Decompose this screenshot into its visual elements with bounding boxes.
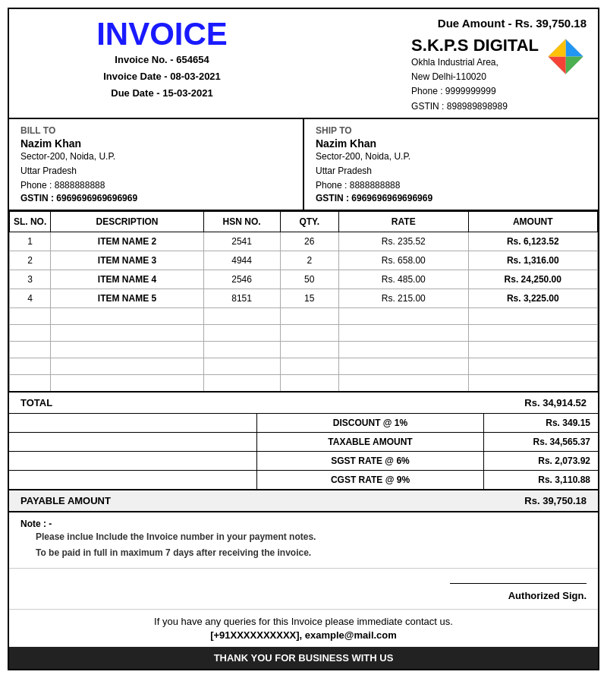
col-sl: SL. NO.: [10, 212, 51, 232]
taxable-value: Rs. 34,565.37: [484, 433, 598, 451]
contact-line1: If you have any queries for this Invoice…: [20, 616, 587, 627]
signature-label: Authorized Sign.: [20, 590, 587, 601]
total-row: TOTAL Rs. 34,914.52: [9, 393, 598, 414]
table-empty-row: [10, 325, 598, 342]
contact-section: If you have any queries for this Invoice…: [9, 610, 598, 647]
company-details: Okhla Industrial Area, New Delhi-110020 …: [411, 55, 539, 114]
taxable-row: TAXABLE AMOUNT Rs. 34,565.37: [9, 433, 598, 452]
items-table: SL. NO. DESCRIPTION HSN NO. QTY. RATE AM…: [9, 211, 598, 393]
signature-section: Authorized Sign.: [9, 569, 598, 610]
table-empty-row: [10, 358, 598, 375]
footer-text: THANK YOU FOR BUSINESS WITH US: [214, 652, 394, 664]
ship-to: SHIP TO Nazim Khan Sector-200, Noida, U.…: [304, 119, 598, 210]
contact-line2: [+91XXXXXXXXXX], example@mail.com: [20, 629, 587, 641]
sgst-row: SGST RATE @ 6% Rs. 2,073.92: [9, 452, 598, 471]
due-amount-line: Due Amount - Rs. 39,750.18: [304, 17, 587, 30]
total-value: Rs. 34,914.52: [524, 397, 587, 408]
summary-section: DISCOUNT @ 1% Rs. 349.15 TAXABLE AMOUNT …: [9, 414, 598, 490]
footer-bar: THANK YOU FOR BUSINESS WITH US: [9, 647, 598, 669]
bill-ship-section: BILL TO Nazim Khan Sector-200, Noida, U.…: [9, 119, 598, 212]
cgst-label: CGST RATE @ 9%: [256, 471, 484, 489]
due-date-line: Due Date - 15-03-2021: [20, 85, 304, 102]
total-label: TOTAL: [20, 397, 52, 408]
cgst-row: CGST RATE @ 9% Rs. 3,110.88: [9, 471, 598, 489]
payable-label: PAYABLE AMOUNT: [20, 495, 111, 506]
header-left: INVOICE Invoice No. - 654654 Invoice Dat…: [20, 17, 304, 102]
header-section: INVOICE Invoice No. - 654654 Invoice Dat…: [9, 9, 598, 119]
signature-line: [450, 583, 587, 584]
payable-row: PAYABLE AMOUNT Rs. 39,750.18: [9, 490, 598, 512]
invoice-no-line: Invoice No. - 654654: [20, 52, 304, 68]
notes-section: Note : - Please inclue Include the Invoi…: [9, 512, 598, 569]
table-empty-row: [10, 342, 598, 358]
sgst-label: SGST RATE @ 6%: [256, 452, 484, 470]
company-name: S.K.P.S DIGITAL: [411, 36, 539, 55]
table-header-row: SL. NO. DESCRIPTION HSN NO. QTY. RATE AM…: [10, 212, 598, 232]
table-row: 4 ITEM NAME 5 8151 15 Rs. 215.00 Rs. 3,2…: [10, 289, 598, 308]
col-desc: DESCRIPTION: [51, 212, 204, 232]
invoice-container: INVOICE Invoice No. - 654654 Invoice Dat…: [8, 8, 599, 670]
invoice-title: INVOICE: [20, 17, 304, 52]
col-hsn: HSN NO.: [203, 212, 280, 232]
col-qty: QTY.: [280, 212, 339, 232]
table-empty-row: [10, 308, 598, 325]
discount-label: DISCOUNT @ 1%: [256, 414, 484, 432]
payable-value: Rs. 39,750.18: [524, 495, 587, 506]
col-rate: RATE: [339, 212, 469, 232]
bill-to: BILL TO Nazim Khan Sector-200, Noida, U.…: [9, 119, 304, 210]
invoice-meta: Invoice No. - 654654 Invoice Date - 08-0…: [20, 52, 304, 102]
table-empty-row: [10, 375, 598, 392]
discount-row: DISCOUNT @ 1% Rs. 349.15: [9, 414, 598, 433]
discount-value: Rs. 349.15: [484, 414, 598, 432]
table-row: 3 ITEM NAME 4 2546 50 Rs. 485.00 Rs. 24,…: [10, 270, 598, 289]
table-row: 2 ITEM NAME 3 4944 2 Rs. 658.00 Rs. 1,31…: [10, 251, 598, 270]
taxable-label: TAXABLE AMOUNT: [256, 433, 484, 451]
invoice-date-line: Invoice Date - 08-03-2021: [20, 68, 304, 85]
table-row: 1 ITEM NAME 2 2541 26 Rs. 235.52 Rs. 6,1…: [10, 232, 598, 251]
company-logo: [545, 36, 587, 77]
sgst-value: Rs. 2,073.92: [484, 452, 598, 470]
header-right: Due Amount - Rs. 39,750.18 S.K.P.S DIGIT…: [304, 17, 587, 114]
cgst-value: Rs. 3,110.88: [484, 471, 598, 489]
col-amount: AMOUNT: [468, 212, 598, 232]
company-text: S.K.P.S DIGITAL Okhla Industrial Area, N…: [411, 36, 539, 114]
company-info: S.K.P.S DIGITAL Okhla Industrial Area, N…: [304, 36, 587, 114]
